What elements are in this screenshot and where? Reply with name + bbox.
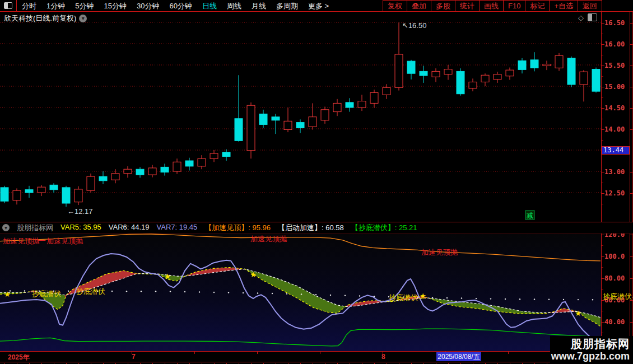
indicator-chart[interactable]: 加速见顶抛—加速见顶抛加速见顶抛加速见顶抛抄底潜伏抄底潜伏抄底潜伏—抄底潜伏—★… — [0, 234, 633, 351]
launch-dot — [315, 294, 316, 295]
candle-body — [111, 174, 119, 180]
layout-split-icon[interactable] — [4, 2, 12, 9]
launch-dot — [592, 299, 593, 300]
candle-body — [383, 87, 390, 95]
price-minor-tick — [602, 97, 603, 98]
indicator-values: VAR5: 35.95VAR6: 44.19VAR7: 19.45【加速见顶】:… — [60, 223, 417, 233]
candle-body — [469, 82, 477, 88]
candle-body — [148, 168, 156, 175]
price-tick-mark — [602, 87, 604, 87]
tool-button[interactable]: 复权 — [383, 0, 407, 12]
drift-label: 抄底潜伏— — [603, 292, 633, 301]
candle-body — [530, 60, 538, 68]
candle-body — [432, 71, 440, 77]
tool-button[interactable]: 返回 — [578, 0, 602, 12]
period-tab[interactable]: 30分钟 — [132, 1, 164, 11]
price-annotation: ←12.17 — [67, 207, 93, 216]
period-menu: 分时1分钟5分钟15分钟30分钟60分钟日线周线月线多周期更多 > — [0, 0, 334, 11]
price-minor-tick — [602, 119, 603, 119]
price-minor-tick — [602, 204, 603, 204]
candle-body — [38, 187, 45, 193]
launch-dot — [286, 293, 287, 294]
watermark-url: www.7gpzb.com — [550, 351, 630, 362]
chart-corner-icons: ◇ — [578, 13, 597, 21]
tool-button[interactable]: 叠加 — [407, 0, 431, 12]
price-tick-mark — [602, 193, 604, 194]
drift-label: 抄底潜伏 — [32, 290, 61, 298]
signal-star-icon: ★ — [4, 290, 11, 298]
chart-title-bar: 欣天科技(日线.前复权) ▾ — [4, 13, 87, 24]
price-tick-mark — [602, 66, 604, 66]
price-tick-mark — [630, 66, 633, 66]
drift-label: 加速见顶抛 — [3, 237, 39, 245]
indicator-field: 【抄底潜伏】: 25.21 — [351, 223, 417, 233]
launch-dot — [228, 292, 229, 293]
tool-button[interactable]: 画线 — [479, 0, 504, 12]
indicator-field: VAR7: 19.45 — [157, 223, 198, 233]
price-annotation: ↖16.50 — [402, 21, 426, 30]
tool-button[interactable]: F10 — [503, 0, 525, 12]
launch-dot — [432, 297, 433, 298]
candle-body — [75, 189, 82, 202]
period-tab[interactable]: 1分钟 — [41, 1, 70, 11]
period-tab[interactable]: 60分钟 — [164, 1, 197, 11]
period-tab[interactable]: 多周期 — [271, 1, 303, 11]
candle-body — [444, 69, 452, 74]
launch-dot — [345, 295, 346, 296]
launch-dot — [141, 291, 142, 292]
candle-body — [185, 161, 193, 166]
candle-body — [457, 71, 464, 94]
app-window: 分时1分钟5分钟15分钟30分钟60分钟日线周线月线多周期更多 > 复权叠加多股… — [0, 0, 633, 364]
period-tab[interactable]: 15分钟 — [99, 1, 131, 11]
chevron-down-icon[interactable]: ▾ — [2, 224, 10, 231]
candle-body — [247, 105, 255, 151]
candle-body — [136, 169, 144, 175]
price-tick-label: 14.50 — [604, 104, 629, 112]
launch-dot — [446, 297, 448, 298]
diamond-icon[interactable]: ◇ — [578, 14, 584, 21]
tool-button[interactable]: 标记 — [525, 0, 550, 12]
candle-body — [87, 176, 95, 190]
ribbon-fall-fill — [578, 311, 601, 326]
period-tab[interactable]: 周线 — [222, 1, 246, 11]
candle-body — [580, 72, 588, 85]
candle-body — [395, 54, 403, 87]
tool-button[interactable]: +自选 — [549, 0, 578, 12]
launch-dot — [505, 298, 506, 300]
period-tab[interactable]: 日线 — [197, 1, 222, 11]
candle-body — [1, 188, 8, 201]
main-chart-panel[interactable]: ↖16.50←12.17减 欣天科技(日线.前复权) ▾ ◇ — [0, 12, 601, 222]
candlestick-chart[interactable]: ↖16.50←12.17减 — [0, 12, 601, 222]
price-tick-label: 16.50 — [604, 19, 629, 27]
watermark-site-name: 股朋指标网 — [550, 337, 630, 351]
indicator-field: VAR6: 44.19 — [109, 223, 150, 233]
price-minor-tick — [602, 55, 603, 55]
candle-body — [124, 169, 132, 174]
signal-star-icon: ★ — [420, 292, 426, 300]
time-tick-mark — [194, 352, 195, 354]
indicator-field: 【启动加速】: 60.58 — [278, 223, 344, 233]
time-axis[interactable]: 2025年 2025/08/08/五 78 — [0, 351, 633, 362]
price-tick-mark — [630, 44, 633, 45]
layout-split-icon[interactable] — [588, 13, 597, 21]
period-tab[interactable]: 5分钟 — [70, 1, 99, 11]
tool-button[interactable]: 统计 — [455, 0, 480, 12]
period-tab[interactable]: 月线 — [246, 1, 271, 11]
period-tab[interactable]: 分时 — [17, 1, 41, 11]
month-label: 7 — [132, 353, 136, 361]
chevron-down-icon[interactable]: ▾ — [79, 15, 87, 22]
launch-dot — [359, 295, 360, 296]
candle-body — [272, 117, 280, 120]
tool-button[interactable]: 多股 — [431, 0, 455, 12]
period-tab[interactable]: 更多 > — [303, 1, 334, 11]
launch-dot — [243, 292, 244, 293]
candle-body — [543, 64, 551, 66]
launch-dot — [184, 291, 185, 292]
price-minor-tick — [602, 34, 603, 34]
launch-dot — [199, 291, 200, 292]
candle-body — [518, 60, 526, 69]
price-tick-label: 16.00 — [604, 40, 629, 48]
date-tag: 2025/08/08/五 — [436, 352, 481, 361]
bottom-ruler[interactable] — [0, 362, 633, 364]
indicator-panel[interactable]: 加速见顶抛—加速见顶抛加速见顶抛加速见顶抛抄底潜伏抄底潜伏抄底潜伏—抄底潜伏—★… — [0, 234, 601, 351]
